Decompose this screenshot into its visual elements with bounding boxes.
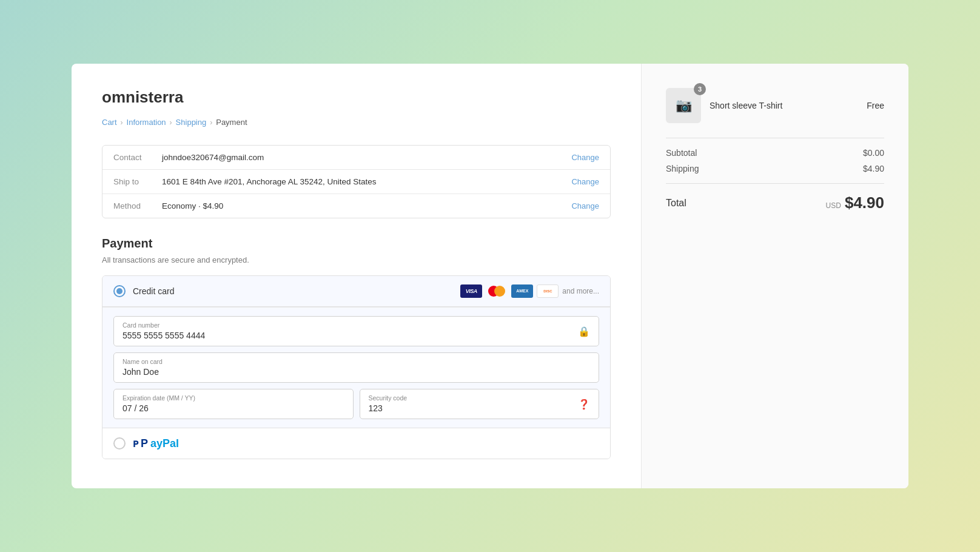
order-divider-2	[666, 183, 884, 184]
contact-label: Contact	[113, 153, 162, 162]
name-on-card-field[interactable]: Name on card	[113, 352, 599, 383]
item-info: Short sleeve T-shirt	[710, 101, 858, 110]
help-icon: ❓	[578, 399, 590, 410]
card-icons: VISA AMEX DISC and more...	[460, 284, 599, 298]
subtotal-label: Subtotal	[666, 148, 697, 158]
payment-options-box: Credit card VISA AMEX DISC and more...	[102, 275, 611, 459]
mastercard-icon	[486, 284, 508, 298]
credit-card-radio[interactable]	[113, 285, 126, 297]
breadcrumb-sep-3: ›	[210, 118, 212, 127]
and-more-label: and more...	[562, 287, 599, 295]
total-currency: USD	[826, 201, 841, 210]
change-method-button[interactable]: Change	[571, 201, 599, 210]
order-summary-panel: 3 📷 Short sleeve T-shirt Free Subtotal $…	[642, 64, 908, 488]
total-amount: $4.90	[845, 194, 884, 212]
change-contact-button[interactable]: Change	[571, 153, 599, 162]
change-shipto-button[interactable]: Change	[571, 177, 599, 186]
security-code-input[interactable]	[369, 403, 591, 413]
info-row-shipto: Ship to 1601 E 84th Ave #201, Anchorage …	[102, 170, 610, 194]
breadcrumb-sep-1: ›	[121, 118, 123, 127]
discover-icon: DISC	[537, 284, 559, 298]
paypal-p-icon: ᴘ	[133, 437, 138, 450]
paypal-text-light: ayPal	[150, 437, 179, 450]
subtotal-row: Subtotal $0.00	[666, 148, 884, 158]
security-code-label: Security code	[369, 394, 591, 402]
card-number-input[interactable]	[122, 331, 590, 340]
breadcrumb-payment: Payment	[216, 118, 247, 127]
amex-icon: AMEX	[511, 284, 533, 298]
info-row-contact: Contact johndoe320674@gmail.com Change	[102, 146, 610, 170]
item-badge: 3	[694, 83, 706, 95]
shipping-value: $4.90	[863, 164, 884, 173]
camera-icon: 📷	[676, 98, 692, 113]
breadcrumb-sep-2: ›	[170, 118, 172, 127]
order-item: 3 📷 Short sleeve T-shirt Free	[666, 88, 884, 123]
breadcrumb-information[interactable]: Information	[127, 118, 166, 127]
paypal-radio[interactable]	[113, 437, 126, 449]
total-row: Total USD $4.90	[666, 194, 884, 212]
payment-subtitle: All transactions are secure and encrypte…	[102, 255, 611, 264]
paypal-text-blue: P	[141, 437, 148, 450]
breadcrumb-cart[interactable]: Cart	[102, 118, 117, 127]
info-summary-box: Contact johndoe320674@gmail.com Change S…	[102, 145, 611, 218]
info-row-method: Method Economy · $4.90 Change	[102, 194, 610, 218]
lock-icon: 🔒	[578, 326, 590, 337]
expiration-input[interactable]	[122, 403, 344, 413]
payment-title: Payment	[102, 237, 611, 251]
card-number-label: Card number	[122, 321, 590, 329]
paypal-option[interactable]: ᴘ PayPal	[102, 428, 610, 459]
method-value: Economy · $4.90	[162, 201, 571, 210]
shipping-row: Shipping $4.90	[666, 164, 884, 173]
contact-value: johndoe320674@gmail.com	[162, 153, 571, 162]
shipto-label: Ship to	[113, 177, 162, 186]
item-price: Free	[867, 101, 884, 110]
order-divider-1	[666, 138, 884, 138]
shipto-value: 1601 E 84th Ave #201, Anchorage AL 35242…	[162, 177, 571, 186]
credit-card-form: Card number 🔒 Name on card Expiration da…	[102, 307, 610, 428]
visa-icon: VISA	[460, 284, 482, 298]
name-on-card-label: Name on card	[122, 358, 590, 365]
credit-card-label: Credit card	[133, 286, 460, 296]
total-label: Total	[666, 198, 686, 209]
method-label: Method	[113, 201, 162, 210]
shipping-label: Shipping	[666, 164, 699, 173]
breadcrumb: Cart › Information › Shipping › Payment	[102, 118, 611, 127]
total-value-group: USD $4.90	[826, 194, 884, 212]
card-number-field[interactable]: Card number 🔒	[113, 316, 599, 346]
expiration-label: Expiration date (MM / YY)	[122, 394, 344, 402]
paypal-logo: ᴘ PayPal	[133, 437, 179, 450]
card-bottom-row: Expiration date (MM / YY) Security code …	[113, 389, 599, 419]
credit-card-option[interactable]: Credit card VISA AMEX DISC and more...	[102, 276, 610, 307]
item-image: 3 📷	[666, 88, 701, 123]
name-on-card-input[interactable]	[122, 367, 590, 377]
security-code-field[interactable]: Security code ❓	[360, 389, 600, 419]
item-name: Short sleeve T-shirt	[710, 101, 858, 110]
expiration-field[interactable]: Expiration date (MM / YY)	[113, 389, 354, 419]
brand-name: omnisterra	[102, 88, 611, 107]
subtotal-value: $0.00	[863, 148, 884, 158]
breadcrumb-shipping[interactable]: Shipping	[176, 118, 207, 127]
